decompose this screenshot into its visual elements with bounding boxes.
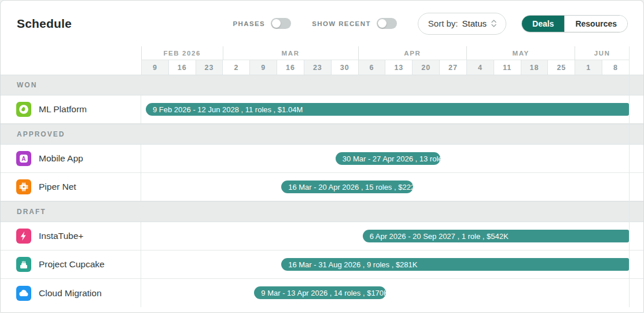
schedule-bar[interactable]: 16 Mar - 31 Aug 2026 , 9 roles , $281K: [281, 258, 629, 271]
timeline-week-cell: 6: [358, 60, 385, 75]
timeline-month-label: JUN: [575, 46, 629, 60]
schedule-bar-label: 6 Apr 2026 - 20 Sep 2027 , 1 role , $542…: [363, 232, 516, 241]
timeline-week-cell: 13: [385, 60, 412, 75]
toggle-knob: [378, 19, 387, 28]
schedule-bar[interactable]: 6 Apr 2026 - 20 Sep 2027 , 1 role , $542…: [363, 230, 629, 242]
tab-resources[interactable]: Resources: [564, 16, 627, 32]
project-name: InstaTube+: [39, 231, 83, 241]
project-row-header[interactable]: Project Cupcake: [1, 251, 141, 278]
project-timeline-track: 16 Mar - 31 Aug 2026 , 9 roles , $281K: [141, 251, 643, 278]
project-name: Cloud Migration: [39, 288, 102, 299]
project-row-header[interactable]: AMobile App: [1, 145, 141, 172]
status-group-band: DRAFT: [1, 201, 643, 222]
schedule-bar-label: 16 Mar - 20 Apr 2026 , 15 roles , $222K: [281, 183, 413, 192]
project-row[interactable]: AMobile App30 Mar - 27 Apr 2026 , 13 rol…: [1, 145, 643, 173]
timeline-week-cell: 16: [277, 60, 304, 75]
project-row[interactable]: Piper Net16 Mar - 20 Apr 2026 , 15 roles…: [1, 173, 643, 201]
schedule-bar-label: 16 Mar - 31 Aug 2026 , 9 roles , $281K: [281, 260, 424, 269]
project-row[interactable]: Cloud Migration9 Mar - 13 Apr 2026 , 14 …: [1, 279, 643, 307]
sort-by-dropdown[interactable]: Sort by: Status: [418, 13, 506, 35]
phases-toggle[interactable]: [271, 18, 291, 29]
project-row-header[interactable]: ML Platform: [1, 95, 141, 123]
status-group-label: DRAFT: [17, 208, 46, 216]
header-controls: PHASES SHOW RECENT Sort by: Status Deals…: [233, 13, 628, 35]
show-recent-toggle[interactable]: [377, 18, 397, 29]
page-title: Schedule: [17, 17, 72, 31]
lightning-icon: [17, 230, 30, 242]
timeline-week-cell: 8: [602, 60, 629, 75]
timeline-week-cell: 4: [466, 60, 494, 75]
project-logo: [16, 257, 31, 272]
timeline-week-cell: 20: [412, 60, 439, 75]
status-group-label: WON: [17, 81, 37, 89]
status-group-band: APPROVED: [1, 124, 643, 145]
timeline-week-cell: 27: [439, 60, 466, 75]
project-row[interactable]: ML Platform9 Feb 2026 - 12 Jun 2028 , 11…: [1, 95, 643, 124]
project-name: Piper Net: [39, 182, 76, 192]
project-name: Mobile App: [39, 153, 83, 164]
show-recent-label: SHOW RECENT: [312, 20, 371, 27]
chip-icon: [17, 181, 30, 193]
schedule-card: Schedule PHASES SHOW RECENT Sort by: Sta…: [0, 0, 644, 313]
project-logo: [16, 286, 31, 301]
view-segmented-control: Deals Resources: [521, 15, 628, 32]
project-name: Project Cupcake: [39, 259, 105, 270]
project-row-header[interactable]: InstaTube+: [1, 222, 141, 250]
schedule-bar-label: 9 Mar - 13 Apr 2026 , 14 roles , $170K: [254, 289, 386, 297]
schedule-bar[interactable]: 30 Mar - 27 Apr 2026 , 13 roles: [336, 152, 440, 165]
timeline-week-cell: 2: [222, 60, 249, 75]
project-row[interactable]: InstaTube+6 Apr 2026 - 20 Sep 2027 , 1 r…: [1, 222, 643, 251]
show-recent-toggle-group: SHOW RECENT: [312, 18, 397, 29]
chevron-up-down-icon: [491, 19, 497, 28]
tab-deals[interactable]: Deals: [522, 16, 564, 32]
timeline-week-cell: 1: [575, 60, 602, 75]
cake-icon: [17, 258, 30, 271]
phases-toggle-group: PHASES: [233, 18, 291, 29]
schedule-bar-label: 30 Mar - 27 Apr 2026 , 13 roles: [336, 154, 440, 163]
timeline-end-gridline: [629, 46, 630, 307]
project-row[interactable]: Project Cupcake16 Mar - 31 Aug 2026 , 9 …: [1, 251, 643, 279]
schedule-bar-label: 9 Feb 2026 - 12 Jun 2028 , 11 roles , $1…: [146, 105, 310, 114]
schedule-bar[interactable]: 9 Feb 2026 - 12 Jun 2028 , 11 roles , $1…: [146, 103, 629, 116]
timeline-week-cell: 11: [494, 60, 521, 75]
top-bar: Schedule PHASES SHOW RECENT Sort by: Sta…: [1, 1, 643, 46]
timeline-months-row: FEB 2026MARAPRMAYJUN: [141, 46, 629, 60]
timeline-weeks-row: 91623291623306132027411182518: [141, 60, 629, 75]
project-row-header[interactable]: Piper Net: [1, 173, 141, 201]
project-logo: [16, 179, 31, 194]
dove-icon: [17, 103, 30, 116]
status-group-label: APPROVED: [17, 130, 65, 138]
timeline-header: FEB 2026MARAPRMAYJUN 9162329162330613202…: [141, 46, 629, 75]
svg-text:A: A: [21, 156, 26, 162]
timeline-week-cell: 23: [304, 60, 331, 75]
appstore-icon: A: [17, 152, 30, 165]
timeline-week-cell: 25: [547, 60, 575, 75]
timeline-month-label: MAR: [223, 46, 358, 60]
project-logo: A: [16, 151, 31, 166]
project-logo: [16, 229, 31, 244]
project-logo: [16, 102, 31, 117]
status-group-band: WON: [1, 75, 643, 95]
timeline-week-cell: 23: [196, 60, 223, 75]
project-row-header[interactable]: Cloud Migration: [1, 279, 141, 307]
timeline-week-cell: 30: [331, 60, 358, 75]
project-timeline-track: 16 Mar - 20 Apr 2026 , 15 roles , $222K: [141, 173, 643, 201]
project-timeline-track: 9 Mar - 13 Apr 2026 , 14 roles , $170K: [141, 279, 643, 307]
project-name: ML Platform: [39, 104, 87, 115]
schedule-bar[interactable]: 9 Mar - 13 Apr 2026 , 14 roles , $170K: [254, 286, 386, 299]
toggle-knob: [272, 19, 281, 28]
phases-label: PHASES: [233, 20, 265, 27]
timeline-week-cell: 16: [168, 60, 196, 75]
sort-by-value: Status: [462, 19, 487, 28]
project-timeline-track: 30 Mar - 27 Apr 2026 , 13 roles: [141, 145, 643, 172]
schedule-rows: WON ML Platform9 Feb 2026 - 12 Jun 2028 …: [1, 75, 643, 307]
timeline-month-label: MAY: [466, 46, 575, 60]
timeline-month-label: APR: [358, 46, 466, 60]
sort-by-label: Sort by:: [428, 19, 458, 28]
project-timeline-track: 6 Apr 2026 - 20 Sep 2027 , 1 role , $542…: [141, 222, 643, 250]
timeline-week-cell: 9: [249, 60, 277, 75]
project-timeline-track: 9 Feb 2026 - 12 Jun 2028 , 11 roles , $1…: [141, 95, 643, 123]
timeline-week-cell: 18: [521, 60, 548, 75]
timeline-month-label: FEB 2026: [141, 46, 223, 60]
schedule-bar[interactable]: 16 Mar - 20 Apr 2026 , 15 roles , $222K: [281, 181, 413, 193]
